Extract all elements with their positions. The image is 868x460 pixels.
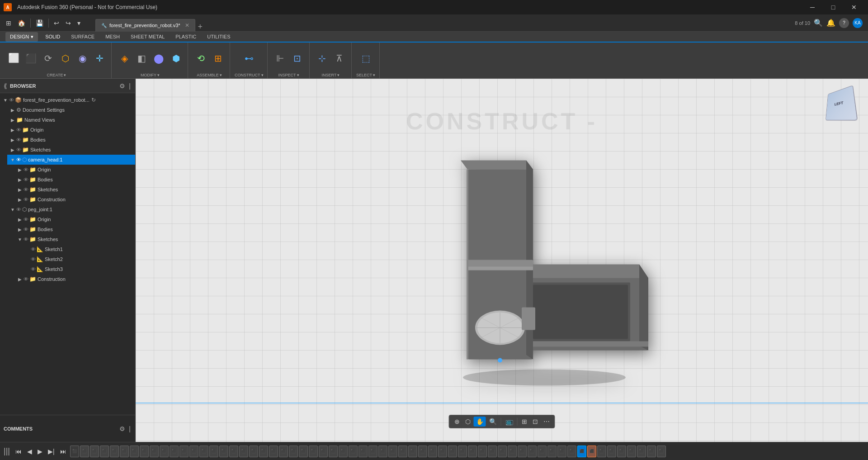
timeline-marker-56[interactable]: ⬛	[617, 446, 626, 457]
ch-bodies-visibility[interactable]: 👁	[24, 177, 28, 182]
modify-dropdown-icon[interactable]: ▾	[157, 73, 160, 77]
tab-mesh[interactable]: MESH	[100, 32, 125, 43]
browser-expand-button[interactable]: |	[128, 82, 132, 90]
tab-surface[interactable]: SURFACE	[66, 32, 100, 43]
tab-plastic[interactable]: PLASTIC	[170, 32, 202, 43]
timeline-marker-37[interactable]: ⬛	[428, 446, 437, 457]
ch-construction-visibility[interactable]: 👁	[24, 197, 28, 202]
timeline-marker-45[interactable]: ⬛	[508, 446, 517, 457]
timeline-marker-28[interactable]: ⬛	[339, 446, 348, 457]
timeline-marker-44[interactable]: ⬛	[498, 446, 507, 457]
doc-settings-expand[interactable]: ▶	[9, 106, 16, 114]
timeline-marker-53[interactable]: ⬛	[587, 446, 596, 457]
new-sketch-button[interactable]: ⬜	[5, 51, 22, 66]
tab-sheetmetal[interactable]: SHEET METAL	[125, 32, 170, 43]
timeline-marker-52[interactable]: ⬛	[577, 446, 586, 457]
timeline-play-button[interactable]: ▶	[36, 447, 44, 456]
origin-root-expand[interactable]: ▶	[9, 126, 16, 133]
timeline-marker-27[interactable]: ⬛	[329, 446, 338, 457]
timeline-marker-1[interactable]: ⬛	[70, 446, 79, 457]
zoom-button[interactable]: 🔍	[487, 417, 499, 427]
timeline-marker-41[interactable]: ⬛	[468, 446, 477, 457]
timeline-marker-23[interactable]: ⬛	[289, 446, 298, 457]
timeline-marker-17[interactable]: ⬛	[229, 446, 238, 457]
pj-sketch3-visibility[interactable]: 👁	[31, 266, 36, 272]
insert-btn-2[interactable]: ⊼	[331, 52, 348, 65]
timeline-marker-36[interactable]: ⬛	[418, 446, 427, 457]
construct-dropdown-icon[interactable]: ▾	[261, 73, 264, 77]
tree-pj-sketch1[interactable]: 👁 📐 Sketch1	[22, 244, 135, 254]
file-tab-active[interactable]: 🔧 forest_fire_prevention_robot.v3* ✕	[95, 19, 195, 32]
tree-pj-construction[interactable]: ▶ 👁 📁 Construction	[14, 274, 135, 284]
timeline-end-button[interactable]: ⏭	[58, 447, 68, 456]
timeline-marker-15[interactable]: ⬛	[209, 446, 218, 457]
timeline-start-button[interactable]: ⏮	[14, 447, 24, 456]
timeline-marker-19[interactable]: ⬛	[249, 446, 258, 457]
timeline-marker-11[interactable]: ⬛	[170, 446, 179, 457]
tree-doc-settings[interactable]: ▶ ⚙ Document Settings	[7, 105, 135, 115]
root-expand[interactable]: ▼	[2, 96, 9, 104]
user-avatar[interactable]: KA	[853, 18, 863, 28]
timeline-marker-6[interactable]: ⬛	[120, 446, 129, 457]
undo-dropdown[interactable]: ▾	[75, 18, 83, 28]
root-refresh-icon[interactable]: ↻	[91, 97, 96, 103]
pj-sketch2-visibility[interactable]: 👁	[31, 256, 36, 262]
timeline-marker-32[interactable]: ⬛	[378, 446, 387, 457]
timeline-marker-55[interactable]: ⬛	[607, 446, 616, 457]
pj-bodies-visibility[interactable]: 👁	[24, 227, 28, 232]
search-button[interactable]: 🔍	[814, 19, 823, 27]
add-tab-button[interactable]: +	[195, 22, 206, 32]
insert-btn-1[interactable]: ⊹	[314, 52, 330, 65]
tree-ch-bodies[interactable]: ▶ 👁 📁 Bodies	[14, 175, 135, 185]
timeline-marker-4[interactable]: ⬛	[100, 446, 109, 457]
notifications-button[interactable]: 🔔	[826, 19, 835, 27]
more-button[interactable]: ⋯	[541, 417, 552, 427]
modify-btn-2[interactable]: ◧	[133, 52, 150, 65]
home-button[interactable]: 🏠	[15, 18, 28, 28]
bodies-root-visibility[interactable]: 👁	[16, 137, 21, 142]
timeline-marker-14[interactable]: ⬛	[199, 446, 208, 457]
tree-named-views[interactable]: ▶ 📁 Named Views	[7, 115, 135, 125]
timeline-marker-16[interactable]: ⬛	[219, 446, 228, 457]
tree-camera-head[interactable]: ▼ 👁 ⬡ camera_head:1	[7, 155, 135, 165]
timeline-marker-13[interactable]: ⬛	[189, 446, 198, 457]
comments-settings-button[interactable]: ⚙	[118, 425, 126, 432]
inspect-dropdown-icon[interactable]: ▾	[297, 73, 299, 77]
root-visibility[interactable]: 👁	[9, 97, 14, 103]
browser-settings-button[interactable]: ⚙	[118, 82, 126, 90]
pj-bodies-expand[interactable]: ▶	[16, 226, 24, 233]
timeline-marker-34[interactable]: ⬛	[398, 446, 407, 457]
sweep-button[interactable]: ⬡	[57, 52, 73, 65]
timeline-marker-22[interactable]: ⬛	[279, 446, 288, 457]
inspect-btn-1[interactable]: ⊩	[272, 52, 288, 65]
tab-utilities[interactable]: UTILITIES	[202, 32, 236, 43]
tree-pj-sketch3[interactable]: 👁 📐 Sketch3	[22, 264, 135, 274]
display-settings-button[interactable]: 📺	[503, 417, 515, 427]
viewcube[interactable]: LEFT	[823, 88, 859, 124]
apps-button[interactable]: ⊞	[4, 18, 14, 28]
tab-solid[interactable]: SOLID	[40, 32, 66, 43]
timeline-marker-47[interactable]: ⬛	[528, 446, 537, 457]
pj-origin-visibility[interactable]: 👁	[24, 217, 28, 222]
timeline-marker-59[interactable]: ⬛	[647, 446, 656, 457]
pj-construction-expand[interactable]: ▶	[16, 275, 24, 283]
pj-sketches-visibility[interactable]: 👁	[24, 237, 28, 242]
tree-peg-joint[interactable]: ▼ 👁 ⬡ peg_joint:1	[7, 204, 135, 214]
revolve-button[interactable]: ⟳	[40, 52, 56, 65]
move-button[interactable]: ✛	[91, 52, 108, 65]
peg-joint-visibility[interactable]: 👁	[16, 207, 21, 212]
sketches-root-expand[interactable]: ▶	[9, 146, 16, 153]
timeline-marker-30[interactable]: ⬛	[359, 446, 368, 457]
tree-pj-bodies[interactable]: ▶ 👁 📁 Bodies	[14, 224, 135, 234]
select-btn-1[interactable]: ⬚	[358, 52, 374, 65]
timeline-marker-43[interactable]: ⬛	[488, 446, 497, 457]
redo-button[interactable]: ↪	[63, 18, 73, 28]
camera-head-expand[interactable]: ▼	[9, 156, 16, 163]
ch-origin-visibility[interactable]: 👁	[24, 167, 28, 172]
viewport[interactable]: CONSTRUCT - LEFT ⊕ ⬡ ✋ 🔍 📺 ⊞ ⊡ ⋯	[136, 79, 868, 442]
bodies-root-expand[interactable]: ▶	[9, 136, 16, 143]
timeline-forward-button[interactable]: ▶|	[46, 447, 57, 456]
minimize-button[interactable]: ─	[802, 0, 823, 14]
tree-pj-sketch2[interactable]: 👁 📐 Sketch2	[22, 254, 135, 264]
timeline-marker-51[interactable]: ⬛	[567, 446, 576, 457]
